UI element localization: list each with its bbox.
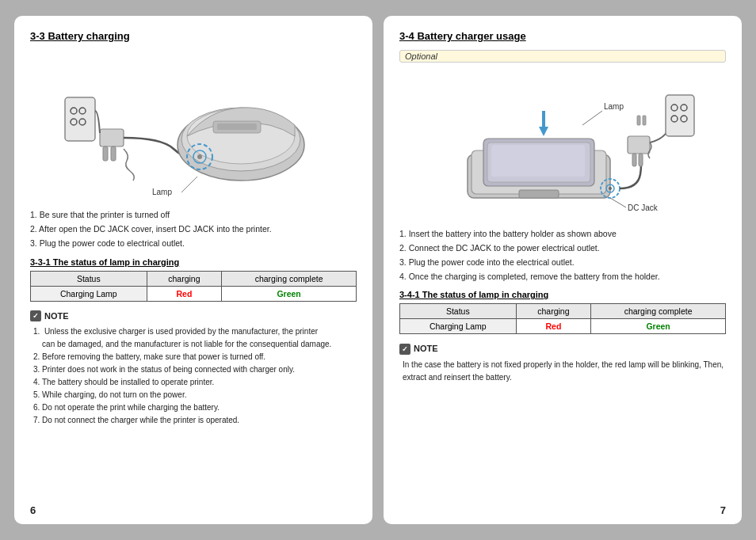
svg-rect-12 <box>217 124 257 130</box>
right-page: 3-4 Battery charger usage Optional <box>384 16 742 524</box>
r-check-icon: ✓ <box>399 344 410 355</box>
svg-point-15 <box>197 154 202 159</box>
note-item-6: 6. Do not operate the print while chargi… <box>33 401 357 414</box>
svg-text:Lamp: Lamp <box>152 188 172 196</box>
svg-rect-22 <box>491 145 585 177</box>
svg-rect-27 <box>628 136 650 154</box>
svg-rect-29 <box>639 154 643 166</box>
left-page: 3-3 Battery charging <box>14 16 372 524</box>
left-instructions: 1. Be sure that the printer is turned of… <box>30 208 357 251</box>
note-item-1: 1. Unless the exclusive charger is used … <box>33 325 357 351</box>
left-note-box: ✓ NOTE 1. Unless the exclusive charger i… <box>30 310 357 428</box>
right-instructions: 1. Insert the battery into the battery h… <box>399 227 726 283</box>
svg-line-39 <box>582 111 602 125</box>
col-header-complete: charging complete <box>222 271 357 286</box>
r-col-header-status: Status <box>400 304 517 319</box>
optional-badge: Optional <box>399 50 726 63</box>
svg-marker-37 <box>539 127 548 136</box>
svg-rect-28 <box>632 154 636 166</box>
right-subsection-title: 3-4-1 The status of lamp in charging <box>399 290 726 299</box>
complete-status: Green <box>222 286 357 301</box>
instruction-3: 3. Plug the power code to electrical out… <box>30 237 357 251</box>
left-note-header: ✓ NOTE <box>30 310 357 324</box>
note-item-3: 3. Printer does not work in the status o… <box>33 363 357 376</box>
left-diagram: Lamp <box>30 50 357 200</box>
note-item-2: 2. Before removing the battery, make sur… <box>33 351 357 363</box>
r-col-header-complete: charging complete <box>591 304 726 319</box>
r-charging-status: Red <box>516 319 591 334</box>
left-page-number: 6 <box>30 504 36 516</box>
svg-rect-38 <box>542 111 545 127</box>
svg-rect-35 <box>637 116 640 125</box>
note-item-5: 5. While charging, do not turn on the po… <box>33 389 357 401</box>
svg-line-16 <box>181 177 197 192</box>
note-item-7: 7. Do not connect the charger while the … <box>33 414 357 427</box>
right-page-number: 7 <box>720 504 726 516</box>
svg-text:DC Jack: DC Jack <box>628 203 659 212</box>
r-instruction-1: 1. Insert the battery into the battery h… <box>399 227 726 241</box>
left-subsection-title: 3-3-1 The status of lamp in charging <box>30 257 357 267</box>
svg-rect-36 <box>643 116 646 125</box>
row-label: Charging Lamp <box>31 286 147 301</box>
svg-rect-23 <box>519 190 559 198</box>
note-item-4: 4. The battery should be installed to op… <box>33 376 357 389</box>
svg-rect-5 <box>100 129 124 146</box>
r-row-label: Charging Lamp <box>400 319 517 334</box>
r-complete-status: Green <box>591 319 726 334</box>
right-section-title: 3-4 Battery charger usage <box>399 30 726 42</box>
right-note-header: ✓ NOTE <box>399 342 726 356</box>
svg-text:Lamp: Lamp <box>604 102 624 111</box>
left-section-title: 3-3 Battery charging <box>30 30 357 42</box>
col-header-charging: charging <box>147 271 222 286</box>
instruction-2: 2. After open the DC JACK cover, insert … <box>30 222 357 237</box>
right-diagram: Lamp DC Jack <box>399 69 726 219</box>
r-instruction-3: 3. Plug the power code into the electric… <box>399 256 726 270</box>
table-row: Charging Lamp Red Green <box>31 286 357 301</box>
right-status-table: Status charging charging complete Chargi… <box>399 303 726 334</box>
charging-status: Red <box>147 286 222 301</box>
svg-rect-6 <box>103 146 108 161</box>
svg-line-41 <box>610 198 626 207</box>
instruction-1: 1. Be sure that the printer is turned of… <box>30 208 357 222</box>
svg-rect-7 <box>111 146 116 161</box>
col-header-status: Status <box>31 271 147 286</box>
right-note-text: In the case the battery is not fixed pro… <box>403 359 726 384</box>
svg-point-26 <box>609 187 612 190</box>
r-instruction-2: 2. Connect the DC JACK to the power elec… <box>399 241 726 256</box>
check-icon: ✓ <box>30 310 41 321</box>
r-instruction-4: 4. Once the charging is completed, remov… <box>399 270 726 284</box>
left-status-table: Status charging charging complete Chargi… <box>30 271 357 302</box>
r-table-row: Charging Lamp Red Green <box>400 319 726 334</box>
r-col-header-charging: charging <box>516 304 591 319</box>
right-note-box: ✓ NOTE In the case the battery is not fi… <box>399 342 726 384</box>
svg-rect-30 <box>666 95 694 136</box>
